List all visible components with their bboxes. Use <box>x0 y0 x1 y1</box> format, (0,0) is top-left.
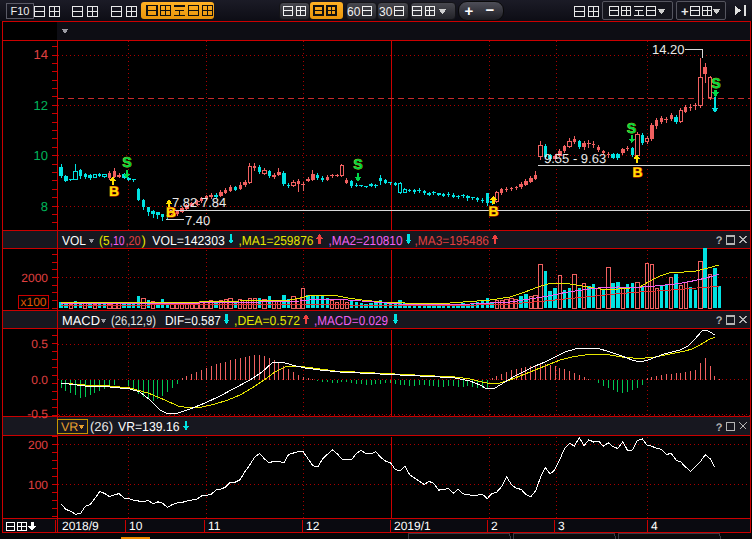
svg-text:(26,12,9): (26,12,9) <box>111 313 156 328</box>
svg-text:S: S <box>711 75 720 91</box>
svg-text:?: ? <box>716 315 723 327</box>
svg-text:11: 11 <box>208 519 221 533</box>
svg-text:DIF=0.587: DIF=0.587 <box>165 313 221 328</box>
svg-text:): ) <box>142 233 146 248</box>
svg-text:−: − <box>486 1 495 18</box>
svg-text:12: 12 <box>34 98 48 113</box>
svg-text:2000: 2000 <box>21 271 48 285</box>
svg-text:10: 10 <box>129 519 143 533</box>
svg-text:?: ? <box>716 235 723 247</box>
svg-text:B: B <box>109 183 119 199</box>
svg-text:?: ? <box>716 422 723 434</box>
svg-text:+: + <box>465 2 474 19</box>
svg-text:MACD: MACD <box>62 313 100 328</box>
svg-text:VOL=142303: VOL=142303 <box>152 233 225 248</box>
svg-text:-0.5: -0.5 <box>27 407 48 421</box>
svg-text:0.5: 0.5 <box>31 337 48 351</box>
svg-text:,DEA=0.572: ,DEA=0.572 <box>234 313 300 328</box>
svg-text:S: S <box>122 154 131 170</box>
svg-text:(26): (26) <box>90 419 113 434</box>
svg-text:9.55 - 9.63: 9.55 - 9.63 <box>544 151 606 166</box>
svg-text:4: 4 <box>651 519 658 533</box>
svg-text:14.20: 14.20 <box>652 42 685 57</box>
svg-text:VR=139.16: VR=139.16 <box>118 419 180 434</box>
svg-text:x100: x100 <box>20 295 46 309</box>
svg-text:200: 200 <box>28 438 48 452</box>
svg-text:,MACD=0.029: ,MACD=0.029 <box>314 313 388 328</box>
svg-text:,10: ,10 <box>110 233 125 248</box>
svg-text:0.0: 0.0 <box>31 373 48 387</box>
svg-text:B: B <box>488 203 498 219</box>
svg-text:14: 14 <box>34 47 48 62</box>
svg-text:2019/1: 2019/1 <box>394 519 431 533</box>
svg-text:10: 10 <box>34 148 48 163</box>
svg-text:,MA1=259876: ,MA1=259876 <box>239 233 314 248</box>
svg-text:B: B <box>166 204 176 220</box>
svg-text:+: + <box>681 4 689 19</box>
svg-text:VR: VR <box>61 420 78 434</box>
svg-text:,MA3=195486: ,MA3=195486 <box>415 233 490 248</box>
svg-text:8: 8 <box>41 199 48 214</box>
svg-text:3: 3 <box>558 519 565 533</box>
svg-text:7.84: 7.84 <box>201 195 226 210</box>
svg-text:S: S <box>353 156 362 172</box>
svg-text:100: 100 <box>28 478 48 492</box>
svg-text:(5: (5 <box>99 233 110 248</box>
svg-text:2: 2 <box>491 519 498 533</box>
svg-text:VOL: VOL <box>62 233 86 248</box>
svg-text:2018/9: 2018/9 <box>62 519 99 533</box>
svg-text:30: 30 <box>379 5 393 19</box>
svg-text:12: 12 <box>306 519 320 533</box>
svg-text:7.40: 7.40 <box>185 213 210 228</box>
svg-text:,MA2=210810: ,MA2=210810 <box>329 233 403 248</box>
svg-text:S: S <box>627 120 636 136</box>
svg-text:B: B <box>632 164 642 180</box>
svg-text:60: 60 <box>347 5 361 19</box>
svg-text:,20: ,20 <box>126 233 141 248</box>
